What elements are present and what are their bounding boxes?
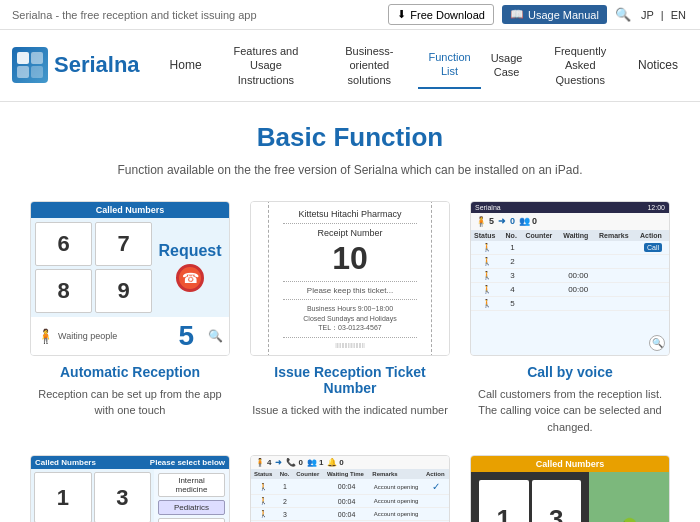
card-auto-reception: Called Numbers 6 7 8 9 Request ☎ <box>30 201 230 436</box>
req-left-panel: 1 3 Waiting people 0 <box>471 472 589 522</box>
dept-list: Internal medicine Pediatrics Inspection <box>154 469 229 522</box>
ticket-number: 10 <box>283 240 417 277</box>
q-col-waiting: Waiting Time <box>324 469 369 479</box>
table-row: 🚶 1 Call <box>471 241 669 255</box>
download-icon: ⬇ <box>397 8 406 21</box>
voice-mockup: Serialna 12:00 🧍 5 ➜ 0 👥 <box>471 202 669 355</box>
stat-called-num: 0 <box>510 216 515 226</box>
called-num-6: 6 <box>35 222 92 266</box>
q-action <box>423 508 449 521</box>
table-row: 🚶 3 00:00 <box>471 268 669 282</box>
row-remarks <box>596 268 637 282</box>
queue-stats: 🧍 4 ➜ 📞 0 👥 1 🔔 <box>251 456 449 469</box>
logo-text[interactable]: Serialna <box>54 52 140 78</box>
card-title-issue-ticket: Issue Reception Ticket Number <box>250 364 450 396</box>
voice-stats: 🧍 5 ➜ 0 👥 0 <box>471 213 669 230</box>
voice-zoom-icon[interactable]: 🔍 <box>649 335 665 351</box>
nav-usage-case[interactable]: UsageCase <box>481 43 533 88</box>
row-action[interactable]: Call <box>637 241 669 255</box>
stat-users-num: 0 <box>532 216 537 226</box>
q-counter <box>293 495 324 508</box>
queue-num-4: 4 <box>267 458 271 467</box>
nav-features[interactable]: Features and UsageInstructions <box>212 36 321 95</box>
status-icon: 🚶 <box>471 254 503 268</box>
req-num-3: 3 <box>532 480 582 522</box>
q-remarks: Account opening <box>369 508 423 521</box>
request-mockup: Called Numbers 1 3 Waiting people 0 <box>471 456 669 522</box>
call-action-btn[interactable]: Call <box>644 243 662 252</box>
row-counter <box>522 254 560 268</box>
check-icon[interactable]: ✓ <box>432 481 440 492</box>
q-remarks: Account opening <box>369 495 423 508</box>
usage-manual-button[interactable]: 📖 Usage Manual <box>502 5 607 24</box>
search-icon[interactable]: 🔍 <box>615 7 631 22</box>
nav-notices[interactable]: Notices <box>628 50 688 82</box>
dept-item-inspection[interactable]: Inspection <box>158 518 225 522</box>
dept-num-1: 1 <box>34 472 92 522</box>
row-action <box>637 296 669 310</box>
lang-en[interactable]: EN <box>671 9 686 21</box>
page-subtitle: Function available on the the free versi… <box>30 163 670 177</box>
nav-home[interactable]: Home <box>160 50 212 82</box>
lang-jp[interactable]: JP <box>641 9 654 21</box>
row-num: 3 <box>503 268 523 282</box>
queue-stat-users: 👥 1 <box>307 458 323 467</box>
nav-function-list[interactable]: FunctionList <box>418 42 480 89</box>
q-num: 2 <box>277 495 294 508</box>
pharmacy-name: Kittetsu Hitachi Pharmacy <box>283 209 417 219</box>
req-right-panel: 🌳 Request <box>589 472 669 522</box>
dept-num-3: 3 <box>94 472 152 522</box>
logo-nav-bar: Serialna Home Features and UsageInstruct… <box>0 30 700 102</box>
ticket-keep: Please keep this ticket... <box>283 286 417 295</box>
card-desc-auto-reception: Reception can be set up from the app wit… <box>30 386 230 419</box>
queue-icon-b: 🔔 <box>327 458 337 467</box>
svg-rect-2 <box>17 66 29 78</box>
card-image-auto-reception: Called Numbers 6 7 8 9 Request ☎ <box>30 201 230 356</box>
top-bar: Serialna - the free reception and ticket… <box>0 0 700 30</box>
svg-rect-0 <box>17 52 29 64</box>
queue-table: Status No. Counter Waiting Time Remarks … <box>251 469 449 522</box>
svg-rect-1 <box>31 52 43 64</box>
q-remarks: Account opening <box>369 479 423 495</box>
cards-grid: Called Numbers 6 7 8 9 Request ☎ <box>30 201 670 522</box>
card-image-request: Called Numbers 1 3 Waiting people 0 <box>470 455 670 522</box>
q-action[interactable]: ✓ <box>423 479 449 495</box>
card-desc-issue-ticket: Issue a ticked with the indicated number <box>250 402 450 419</box>
col-status: Status <box>471 230 503 241</box>
queue-stat-4: 🧍 4 <box>255 458 271 467</box>
q-wait: 00:04 <box>324 495 369 508</box>
q-wait: 00:04 <box>324 508 369 521</box>
q-status: 🚶 <box>251 508 277 521</box>
receipt-label: Receipt Number <box>283 228 417 238</box>
nav-business[interactable]: Business-orientedsolutions <box>320 36 418 95</box>
status-icon: 🚶 <box>471 296 503 310</box>
dept-called-label: Called Numbers <box>35 458 96 467</box>
nav-faq[interactable]: Frequently AskedQuestions <box>532 36 628 95</box>
reception-header: Called Numbers <box>31 202 229 218</box>
dept-item-internal[interactable]: Internal medicine <box>158 473 225 497</box>
voice-app-name: Serialna <box>475 204 501 211</box>
book-icon: 📖 <box>510 8 524 21</box>
waiting-section: 🧍 Waiting people 5 🔍 <box>31 317 229 355</box>
main-nav: Home Features and UsageInstructions Busi… <box>160 36 688 95</box>
download-label: Free Download <box>410 9 485 21</box>
req-num-1: 1 <box>479 480 529 522</box>
person-icon: 🧍 <box>475 216 487 227</box>
zoom-icon[interactable]: 🔍 <box>208 329 223 343</box>
q-status: 🚶 <box>251 479 277 495</box>
q-col-no: No. <box>277 469 294 479</box>
usage-label: Usage Manual <box>528 9 599 21</box>
q-num: 3 <box>277 508 294 521</box>
call-button[interactable]: ☎ <box>176 264 204 292</box>
queue-stat-0a: 📞 0 <box>286 458 302 467</box>
called-num-7: 7 <box>95 222 152 266</box>
row-remarks <box>596 254 637 268</box>
request-label: Request <box>158 242 221 260</box>
dept-item-pediatrics[interactable]: Pediatrics <box>158 500 225 515</box>
row-remarks <box>596 296 637 310</box>
download-button[interactable]: ⬇ Free Download <box>388 4 494 25</box>
queue-num-0a: 0 <box>298 458 302 467</box>
language-selector: JP | EN <box>639 9 688 21</box>
waiting-label: Waiting people <box>58 331 117 341</box>
logo-icon <box>12 47 48 83</box>
